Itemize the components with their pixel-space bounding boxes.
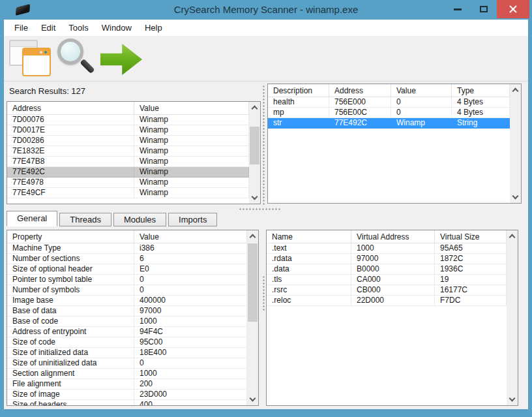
scroll-down-button[interactable] — [247, 394, 258, 405]
table-row[interactable]: Size of code95C00 — [7, 337, 258, 348]
tab-threads[interactable]: Threads — [59, 213, 111, 226]
scroll-up-button[interactable] — [247, 230, 258, 241]
scroll-down-button[interactable] — [510, 192, 521, 203]
scroll-down-button[interactable] — [249, 193, 260, 204]
column-header[interactable]: Address — [329, 84, 391, 97]
table-row[interactable]: Number of sections6 — [7, 254, 258, 264]
table-row[interactable]: 7E1832EWinamp — [7, 146, 260, 157]
menu-item-window[interactable]: Window — [95, 20, 138, 36]
table-row[interactable]: Size of uninitialized data0 — [7, 358, 258, 369]
table-row[interactable]: Number of symbols0 — [7, 285, 258, 296]
column-header[interactable]: Virtual Size — [435, 230, 507, 243]
table-cell: Size of optional header — [7, 264, 134, 275]
scroll-up-button[interactable] — [249, 102, 260, 113]
tab-modules[interactable]: Modules — [113, 213, 166, 226]
table-row[interactable]: Size of initialized data18E400 — [7, 348, 258, 358]
maximize-button[interactable] — [476, 0, 492, 18]
column-header[interactable]: Description — [268, 84, 329, 97]
search-results-table: AddressValue7D00076Winamp7D0017EWinamp7D… — [7, 101, 261, 204]
table-cell: Winamp — [134, 167, 249, 178]
table-row[interactable]: Size of headers400 — [7, 400, 258, 406]
tab-imports[interactable]: Imports — [168, 213, 217, 226]
table-row[interactable]: 7D0017EWinamp — [7, 125, 260, 136]
column-header[interactable]: Value — [134, 230, 247, 243]
table-row[interactable]: health756E00004 Bytes — [268, 97, 521, 108]
column-header[interactable]: Address — [7, 102, 134, 115]
table-row[interactable]: Section alignment1000 — [7, 369, 258, 379]
table-row[interactable]: 77E49CFWinamp — [7, 188, 260, 198]
table-cell: .reloc — [267, 296, 351, 306]
table-cell: 7D00076 — [7, 115, 134, 125]
scrollbar-thumb[interactable] — [248, 243, 258, 322]
table-cell: Image base — [7, 296, 134, 306]
minimize-button[interactable] — [450, 0, 466, 18]
table-row[interactable]: File alignment200 — [7, 379, 258, 390]
scroll-down-button[interactable] — [507, 394, 518, 405]
horizontal-splitter[interactable] — [239, 208, 282, 211]
chevron-down-icon — [512, 193, 519, 200]
table-row[interactable]: .rsrcCB00016177C — [267, 285, 518, 296]
table-row[interactable]: Size of image23D000 — [7, 390, 258, 400]
table-cell: Number of sections — [7, 254, 134, 264]
table-row[interactable]: Base of data97000 — [7, 306, 258, 317]
table-row[interactable]: 77E47B8Winamp — [7, 157, 260, 167]
tab-general[interactable]: General — [7, 211, 57, 226]
vertical-scrollbar[interactable] — [249, 102, 260, 204]
table-row[interactable]: 77E4978Winamp — [7, 178, 260, 188]
table-row[interactable]: .text100095A65 — [267, 243, 518, 254]
table-cell: .rsrc — [267, 285, 351, 296]
column-header[interactable]: Type — [452, 84, 510, 97]
chevron-up-icon — [512, 88, 519, 95]
title-bar[interactable]: CrySearch Memory Scanner - winamp.exe — [0, 0, 532, 20]
column-header[interactable]: Value — [391, 84, 452, 97]
column-header[interactable]: Property — [7, 230, 134, 243]
table-row[interactable]: str77E492CWinampString — [268, 118, 521, 129]
new-scan-button[interactable] — [56, 39, 98, 79]
vertical-splitter[interactable] — [262, 275, 265, 312]
table-row[interactable]: Size of optional headerE0 — [7, 264, 258, 275]
table-row[interactable]: .dataB00001936C — [267, 264, 518, 275]
table-row[interactable]: Address of entrypoint94F4C — [7, 327, 258, 337]
table-row[interactable]: Pointer to symbol table0 — [7, 275, 258, 285]
table-cell: E0 — [134, 264, 247, 275]
green-arrow-icon — [100, 42, 142, 76]
table-row[interactable]: .reloc22D000F7DC — [267, 296, 518, 306]
table-cell: Size of code — [7, 337, 134, 348]
column-header[interactable]: Value — [134, 102, 249, 115]
table-row[interactable]: mp756E00C04 Bytes — [268, 108, 521, 118]
menu-item-edit[interactable]: Edit — [35, 20, 62, 36]
menu-item-help[interactable]: Help — [138, 20, 169, 36]
table-row[interactable]: .tlsCA00019 — [267, 275, 518, 285]
table-cell: 95A65 — [435, 243, 507, 254]
table-cell: 0 — [134, 285, 247, 296]
next-scan-button[interactable] — [100, 39, 142, 79]
table-row[interactable]: 77E492CWinamp — [7, 167, 260, 178]
table-cell: 1872C — [435, 254, 507, 264]
scroll-up-button[interactable] — [507, 230, 518, 241]
table-row[interactable]: Image base400000 — [7, 296, 258, 306]
vertical-splitter[interactable] — [262, 85, 265, 205]
table-cell: 77E492C — [329, 118, 391, 129]
table-cell: 0 — [391, 97, 452, 108]
menu-item-tools[interactable]: Tools — [62, 20, 95, 36]
table-row[interactable]: Machine Typei386 — [7, 243, 258, 254]
vertical-scrollbar[interactable] — [247, 230, 258, 405]
table-cell: Address of entrypoint — [7, 327, 134, 337]
table-row[interactable]: Base of code1000 — [7, 317, 258, 327]
vertical-scrollbar[interactable] — [507, 230, 518, 405]
table-row[interactable]: 7D00286Winamp — [7, 136, 260, 146]
scrollbar-thumb[interactable] — [250, 127, 259, 164]
table-row[interactable]: 7D00076Winamp — [7, 115, 260, 125]
chevron-up-icon — [250, 234, 256, 241]
column-header[interactable]: Virtual Address — [351, 230, 435, 243]
vertical-scrollbar[interactable] — [510, 84, 521, 203]
open-process-button[interactable] — [9, 39, 51, 79]
close-button[interactable] — [497, 0, 529, 18]
table-row[interactable]: .rdata970001872C — [267, 254, 518, 264]
table-cell: 16177C — [435, 285, 507, 296]
scroll-up-button[interactable] — [510, 84, 521, 95]
menu-item-file[interactable]: File — [8, 20, 35, 36]
chevron-up-icon — [252, 106, 258, 112]
table-cell: Winamp — [134, 125, 249, 136]
column-header[interactable]: Name — [267, 230, 351, 243]
